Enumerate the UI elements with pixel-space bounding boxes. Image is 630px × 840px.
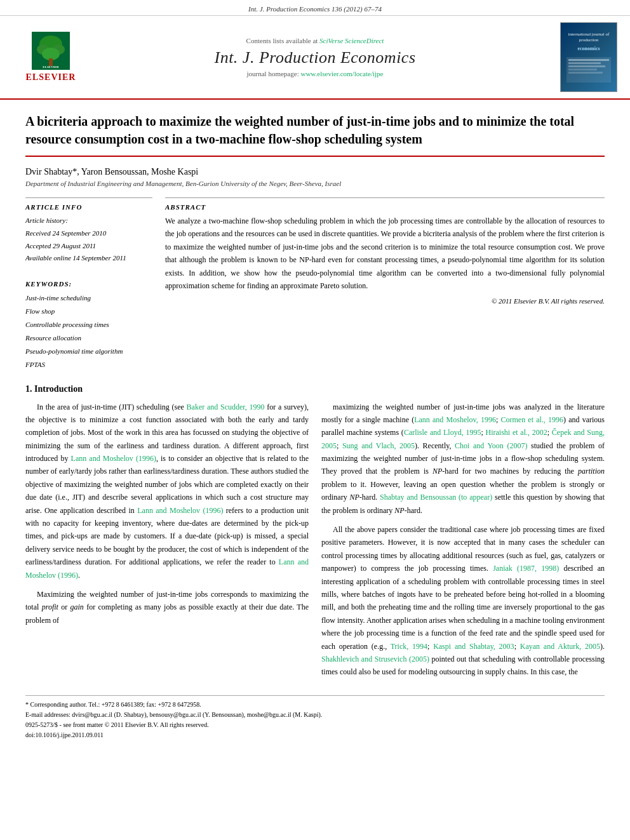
journal-header: ELSEVIER ELSEVIER Contents lists availab… bbox=[0, 16, 630, 100]
intro-right-p1: maximizing the weighted number of just-i… bbox=[321, 401, 605, 517]
received-date: Received 24 September 2010 bbox=[25, 227, 152, 240]
carlisle-link[interactable]: Carlisle and Lloyd, 1995 bbox=[404, 428, 481, 437]
abstract-header: ABSTRACT bbox=[165, 203, 605, 211]
intro-p2: Maximizing the weighted number of just-i… bbox=[25, 588, 309, 627]
lann2-link[interactable]: Lann and Moshelov (1996) bbox=[137, 506, 223, 515]
intro-right-p2: All the above papers consider the tradit… bbox=[321, 523, 605, 679]
history-label: Article history: bbox=[25, 215, 152, 227]
sung-link[interactable]: Sung and Vlach, 2005 bbox=[342, 441, 415, 450]
journal-cover-image: international journal ofproduction econo… bbox=[560, 22, 617, 92]
introduction-columns: In the area of just-in-time (JIT) schedu… bbox=[25, 401, 605, 685]
abstract-column: ABSTRACT We analyze a two-machine flow-s… bbox=[165, 197, 605, 371]
article-title: A bicriteria approach to maximize the we… bbox=[25, 112, 605, 157]
intro-right-col: maximizing the weighted number of just-i… bbox=[321, 401, 605, 685]
hiraishi-link[interactable]: Hiraishi et al., 2002 bbox=[486, 428, 547, 437]
keywords-header: Keywords: bbox=[25, 280, 152, 288]
keyword-4: Resource allocation bbox=[25, 331, 152, 345]
abstract-text: We analyze a two-machine flow-shop sched… bbox=[165, 215, 605, 292]
shabtay-link[interactable]: Shabtay and Bensoussan (to appear) bbox=[380, 493, 492, 502]
shakh-link[interactable]: Shakhlevich and Strusevich (2005) bbox=[321, 655, 429, 663]
affiliation: Department of Industrial Engineering and… bbox=[25, 180, 605, 187]
sciverse-link-text[interactable]: SciVerse ScienceDirect bbox=[319, 37, 384, 44]
journal-homepage: journal homepage: www.elsevier.com/locat… bbox=[89, 70, 541, 77]
authors: Dvir Shabtay*, Yaron Bensoussan, Moshe K… bbox=[25, 167, 605, 177]
article-info-column: ARTICLE INFO Article history: Received 2… bbox=[25, 197, 152, 371]
baker-link[interactable]: Baker and Scudder, 1990 bbox=[187, 403, 265, 411]
copyright: © 2011 Elsevier B.V. All rights reserved… bbox=[165, 297, 605, 305]
journal-name: Int. J. Production Economics bbox=[89, 48, 541, 67]
keyword-2: Flow shop bbox=[25, 305, 152, 318]
homepage-url[interactable]: www.elsevier.com/locate/ijpe bbox=[300, 70, 383, 77]
footnotes: * Corresponding author. Tel.: +972 8 646… bbox=[25, 695, 605, 740]
keyword-3: Controllable processing times bbox=[25, 318, 152, 331]
cormen-link[interactable]: Cormen et al., 1996 bbox=[500, 415, 563, 424]
elsevier-logo: ELSEVIER ELSEVIER bbox=[13, 32, 89, 83]
intro-p1: In the area of just-in-time (JIT) schedu… bbox=[25, 401, 309, 582]
journal-title-section: Contents lists available at SciVerse Sci… bbox=[89, 37, 541, 77]
article-info-header: ARTICLE INFO bbox=[25, 203, 152, 211]
elsevier-wordmark: ELSEVIER bbox=[26, 72, 76, 83]
intro-left-col: In the area of just-in-time (JIT) schedu… bbox=[25, 401, 309, 685]
section-title: 1. Introduction bbox=[25, 384, 605, 394]
janiak-link[interactable]: Janiak (1987, 1998) bbox=[493, 564, 559, 573]
page: Int. J. Production Economics 136 (2012) … bbox=[0, 0, 630, 840]
keyword-5: Pseudo-polynomial time algorithm bbox=[25, 345, 152, 358]
email-addresses: dvirs@bgu.ac.il (D. Shabtay), bensousy@b… bbox=[72, 711, 322, 718]
sciverse-link: Contents lists available at SciVerse Sci… bbox=[89, 37, 541, 44]
section-introduction: 1. Introduction In the area of just-in-t… bbox=[25, 384, 605, 685]
email-line: E-mail addresses: dvirs@bgu.ac.il (D. Sh… bbox=[25, 710, 605, 720]
journal-citation: Int. J. Production Economics 136 (2012) … bbox=[0, 0, 630, 16]
keyword-6: FPTAS bbox=[25, 358, 152, 371]
article-info-abstract: ARTICLE INFO Article history: Received 2… bbox=[25, 197, 605, 371]
article-history: Article history: Received 24 September 2… bbox=[25, 215, 152, 265]
elsevier-tree-icon: ELSEVIER bbox=[32, 32, 70, 70]
issn: 0925-5273/$ - see front matter © 2011 El… bbox=[25, 720, 605, 730]
trick-link[interactable]: Trick, 1994 bbox=[391, 642, 427, 651]
lann4-link[interactable]: Lann and Moshelov, 1996 bbox=[414, 415, 496, 424]
elsevier-logo-section: ELSEVIER ELSEVIER bbox=[13, 32, 89, 83]
kayan-link[interactable]: Kayan and Akturk, 2005 bbox=[520, 642, 600, 651]
keyword-1: Just-in-time scheduling bbox=[25, 291, 152, 305]
doi: doi:10.1016/j.ijpe.2011.09.011 bbox=[25, 730, 605, 740]
journal-cover-section: international journal ofproduction econo… bbox=[541, 22, 617, 92]
keywords-list: Just-in-time scheduling Flow shop Contro… bbox=[25, 291, 152, 371]
kaspi-link[interactable]: Kaspi and Shabtay, 2003 bbox=[433, 642, 514, 651]
corresponding-author: * Corresponding author. Tel.: +972 8 646… bbox=[25, 700, 605, 710]
article-content: A bicriteria approach to maximize the we… bbox=[0, 100, 630, 753]
accepted-date: Accepted 29 August 2011 bbox=[25, 240, 152, 253]
lann3-link[interactable]: Lann and Moshelov (1996) bbox=[25, 557, 309, 579]
choi-link[interactable]: Choi and Yoon (2007) bbox=[455, 441, 527, 450]
svg-text:ELSEVIER: ELSEVIER bbox=[43, 65, 59, 69]
available-date: Available online 14 September 2011 bbox=[25, 252, 152, 265]
email-label: E-mail addresses: bbox=[25, 711, 70, 718]
lann-link[interactable]: Lann and Moshelov (1996) bbox=[71, 454, 156, 463]
